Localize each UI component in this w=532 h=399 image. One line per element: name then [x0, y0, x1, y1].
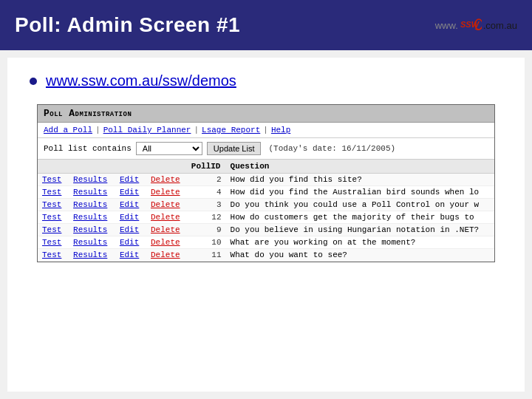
col-header-delete — [146, 160, 186, 174]
poll-nav: Add a Poll | Poll Daily Planner | Lsage … — [38, 123, 494, 138]
test-link[interactable]: Test — [42, 200, 61, 209]
edit-cell: Edit — [115, 211, 146, 224]
test-link[interactable]: Test — [42, 175, 61, 184]
filter-label: Poll list contains — [44, 144, 132, 153]
delete-link[interactable]: Delete — [151, 238, 180, 247]
bullet-icon — [30, 78, 37, 85]
delete-cell: Delete — [146, 186, 186, 199]
nav-help[interactable]: Help — [271, 126, 290, 134]
test-cell: Test — [38, 236, 69, 249]
question-cell: How do customers get the majority of the… — [226, 211, 494, 224]
test-cell: Test — [38, 211, 69, 224]
edit-cell: Edit — [115, 199, 146, 211]
bullet-section: www.ssw.com.au/ssw/demos — [30, 72, 502, 89]
edit-cell: Edit — [115, 186, 146, 199]
results-cell: Results — [69, 224, 115, 236]
results-cell: Results — [69, 236, 115, 249]
test-cell: Test — [38, 224, 69, 236]
test-cell: Test — [38, 174, 69, 186]
update-list-button[interactable]: Update List — [207, 142, 262, 155]
table-row: Test Results Edit Delete 12 How do custo… — [38, 211, 494, 224]
nav-usage-report[interactable]: Lsage Report — [202, 126, 260, 134]
logo-www: www. — [435, 20, 458, 31]
col-header-test — [38, 160, 69, 174]
test-link[interactable]: Test — [42, 188, 61, 197]
pollid-cell: 2 — [186, 174, 226, 186]
delete-link[interactable]: Delete — [151, 188, 180, 197]
col-header-pollid: PollID — [186, 160, 226, 174]
question-cell: Do you think you could use a Poll Contro… — [226, 199, 494, 211]
logo-area: www. SSW .com.au — [435, 14, 517, 36]
delete-cell: Delete — [146, 174, 186, 186]
table-row: Test Results Edit Delete 10 What are you… — [38, 236, 494, 249]
poll-filter-select[interactable]: All Active Inactive — [136, 142, 202, 155]
results-cell: Results — [69, 186, 115, 199]
poll-admin-header: Poll Administration — [38, 105, 494, 123]
pollid-cell: 12 — [186, 211, 226, 224]
col-header-edit — [115, 160, 146, 174]
col-header-question: Question — [226, 160, 494, 174]
question-cell: What do you want to see? — [226, 249, 494, 262]
date-display: (Today's date: 16/11/2005) — [268, 144, 395, 153]
nav-sep-2: | — [194, 126, 199, 134]
table-row: Test Results Edit Delete 2 How did you f… — [38, 174, 494, 186]
results-cell: Results — [69, 211, 115, 224]
edit-link[interactable]: Edit — [120, 225, 139, 234]
table-row: Test Results Edit Delete 3 Do you think … — [38, 199, 494, 211]
poll-table: PollID Question Test Results Edit Delete… — [38, 160, 494, 262]
content-area: www.ssw.com.au/ssw/demos Poll Administra… — [7, 58, 525, 392]
question-cell: What are you working on at the moment? — [226, 236, 494, 249]
nav-daily-planner[interactable]: Poll Daily Planner — [103, 126, 191, 134]
results-cell: Results — [69, 199, 115, 211]
test-link[interactable]: Test — [42, 213, 61, 222]
results-link[interactable]: Results — [73, 250, 107, 259]
test-link[interactable]: Test — [42, 238, 61, 247]
table-row: Test Results Edit Delete 4 How did you f… — [38, 186, 494, 199]
nav-sep-1: | — [95, 126, 100, 134]
table-row: Test Results Edit Delete 11 What do you … — [38, 249, 494, 262]
logo-com-au: .com.au — [483, 20, 517, 31]
test-link[interactable]: Test — [42, 250, 61, 259]
slide-container: Poll: Admin Screen #1 www. SSW .com.au w… — [0, 0, 532, 399]
delete-link[interactable]: Delete — [151, 250, 180, 259]
results-link[interactable]: Results — [73, 175, 107, 184]
results-link[interactable]: Results — [73, 225, 107, 234]
test-link[interactable]: Test — [42, 225, 61, 234]
delete-link[interactable]: Delete — [151, 213, 180, 222]
edit-link[interactable]: Edit — [120, 188, 139, 197]
delete-cell: Delete — [146, 211, 186, 224]
pollid-cell: 11 — [186, 249, 226, 262]
test-cell: Test — [38, 199, 69, 211]
poll-admin-title: Poll Administration — [44, 108, 132, 119]
nav-add-poll[interactable]: Add a Poll — [44, 126, 92, 134]
delete-cell: Delete — [146, 224, 186, 236]
header-bar: Poll: Admin Screen #1 www. SSW .com.au — [0, 0, 532, 50]
results-link[interactable]: Results — [73, 200, 107, 209]
question-cell: How did you find the Australian bird sou… — [226, 186, 494, 199]
edit-link[interactable]: Edit — [120, 200, 139, 209]
pollid-cell: 4 — [186, 186, 226, 199]
demo-link[interactable]: www.ssw.com.au/ssw/demos — [46, 72, 236, 89]
delete-link[interactable]: Delete — [151, 200, 180, 209]
edit-cell: Edit — [115, 249, 146, 262]
edit-link[interactable]: Edit — [120, 238, 139, 247]
delete-link[interactable]: Delete — [151, 175, 180, 184]
pollid-cell: 9 — [186, 224, 226, 236]
nav-sep-3: | — [263, 126, 268, 134]
table-row: Test Results Edit Delete 9 Do you believ… — [38, 224, 494, 236]
question-cell: Do you believe in using Hungarian notati… — [226, 224, 494, 236]
page-title: Poll: Admin Screen #1 — [15, 13, 240, 37]
edit-link[interactable]: Edit — [120, 250, 139, 259]
edit-cell: Edit — [115, 174, 146, 186]
results-link[interactable]: Results — [73, 213, 107, 222]
delete-link[interactable]: Delete — [151, 225, 180, 234]
edit-link[interactable]: Edit — [120, 175, 139, 184]
pollid-cell: 10 — [186, 236, 226, 249]
results-link[interactable]: Results — [73, 238, 107, 247]
edit-link[interactable]: Edit — [120, 213, 139, 222]
delete-cell: Delete — [146, 236, 186, 249]
delete-cell: Delete — [146, 249, 186, 262]
poll-filter-row: Poll list contains All Active Inactive U… — [38, 138, 494, 160]
test-cell: Test — [38, 249, 69, 262]
results-link[interactable]: Results — [73, 188, 107, 197]
